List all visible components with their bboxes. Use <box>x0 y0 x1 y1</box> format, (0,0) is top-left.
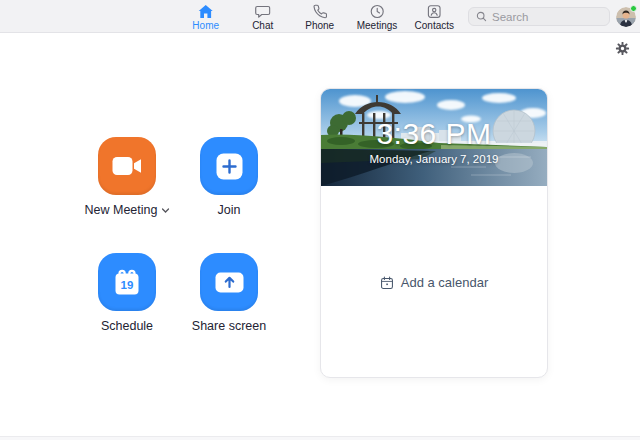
settings-gear-icon[interactable] <box>615 41 630 56</box>
arrow-up-icon <box>215 272 244 293</box>
add-calendar-link[interactable]: Add a calendar <box>380 275 488 290</box>
current-date: Monday, January 7, 2019 <box>370 153 499 165</box>
chevron-down-icon[interactable] <box>161 208 169 213</box>
meetings-card-body: Add a calendar <box>321 186 547 379</box>
schedule-button[interactable]: 19 Schedule <box>98 253 156 311</box>
search-field[interactable] <box>468 7 610 26</box>
join-button[interactable]: Join <box>200 137 258 195</box>
add-calendar-label: Add a calendar <box>401 275 488 290</box>
top-toolbar: Home Chat Phone <box>0 0 640 33</box>
time-overlay: 3:36 PM Monday, January 7, 2019 <box>321 89 547 186</box>
phone-icon <box>312 4 327 19</box>
join-tile[interactable] <box>200 137 258 195</box>
time-photo-banner: 3:36 PM Monday, January 7, 2019 <box>321 89 547 186</box>
new-meeting-tile[interactable] <box>98 137 156 195</box>
tab-phone-label: Phone <box>305 21 334 31</box>
user-avatar[interactable] <box>616 7 636 27</box>
meetings-clock-icon <box>369 4 384 19</box>
tab-phone[interactable]: Phone <box>300 2 340 31</box>
video-camera-icon <box>112 156 142 176</box>
contacts-icon <box>427 4 442 19</box>
schedule-tile[interactable]: 19 <box>98 253 156 311</box>
new-meeting-label: New Meeting <box>85 203 170 217</box>
search-icon <box>476 11 487 22</box>
chat-icon <box>255 4 271 19</box>
home-icon <box>198 4 214 19</box>
tab-meetings[interactable]: Meetings <box>357 2 398 31</box>
tab-home-label: Home <box>192 21 219 31</box>
tab-chat-label: Chat <box>252 21 273 31</box>
plus-icon <box>216 153 243 180</box>
main-navigation: Home Chat Phone <box>186 0 455 33</box>
tab-contacts-label: Contacts <box>415 21 454 31</box>
current-time: 3:36 PM <box>376 118 491 150</box>
share-screen-button[interactable]: Share screen <box>200 253 258 311</box>
share-screen-tile[interactable] <box>200 253 258 311</box>
tab-home[interactable]: Home <box>186 2 226 31</box>
tab-chat[interactable]: Chat <box>243 2 283 31</box>
share-screen-label: Share screen <box>192 319 266 333</box>
search-input[interactable] <box>492 11 602 23</box>
calendar-outline-icon <box>380 276 394 290</box>
svg-text:19: 19 <box>121 279 134 291</box>
schedule-label: Schedule <box>101 319 153 333</box>
bottom-edge-strip <box>0 436 640 440</box>
new-meeting-button[interactable]: New Meeting <box>98 137 156 195</box>
tab-meetings-label: Meetings <box>357 21 398 31</box>
online-status-dot <box>630 5 637 12</box>
calendar-icon: 19 <box>113 267 141 297</box>
tab-contacts[interactable]: Contacts <box>414 2 454 31</box>
join-label: Join <box>218 203 241 217</box>
meetings-card: 3:36 PM Monday, January 7, 2019 Add a ca… <box>320 88 548 378</box>
